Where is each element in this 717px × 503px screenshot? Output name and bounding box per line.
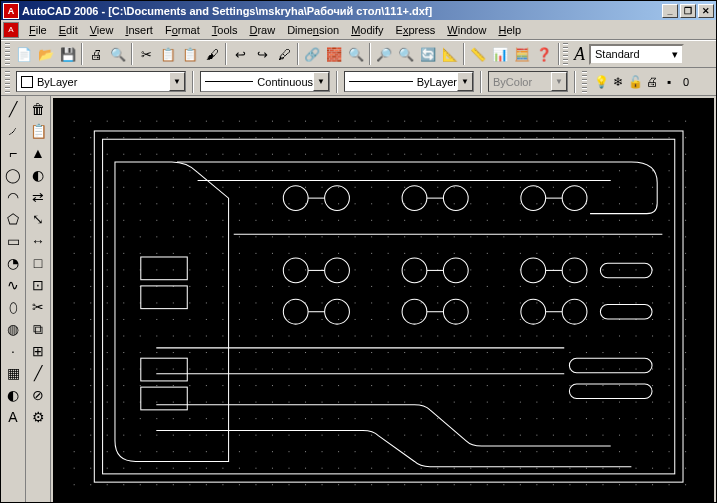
pcb-drawing bbox=[53, 98, 714, 502]
svg-rect-401 bbox=[421, 286, 422, 287]
draw-arc-button[interactable]: ⬠ bbox=[2, 208, 24, 230]
draw-polygon-button[interactable]: ◯ bbox=[2, 164, 24, 186]
modify-break-button[interactable]: ⊞ bbox=[27, 340, 49, 362]
modify-stretch-button[interactable]: ⊡ bbox=[27, 274, 49, 296]
svg-rect-320 bbox=[338, 253, 339, 254]
modify-rotate-button[interactable]: ↔ bbox=[27, 230, 49, 252]
svg-rect-610 bbox=[107, 385, 108, 386]
modify-fillet-button[interactable]: ⊘ bbox=[27, 384, 49, 406]
layer-state-icon[interactable]: ❄ bbox=[610, 74, 626, 90]
save-button[interactable]: 💾 bbox=[57, 43, 79, 65]
menu-tools[interactable]: Tools bbox=[206, 22, 244, 38]
layer-state-icon[interactable]: 🔓 bbox=[627, 74, 643, 90]
dropdown-icon[interactable]: ▼ bbox=[457, 72, 473, 91]
calc-button[interactable]: 🧮 bbox=[511, 43, 533, 65]
modify-offset-button[interactable]: ◐ bbox=[27, 164, 49, 186]
modify-scale-button[interactable]: □ bbox=[27, 252, 49, 274]
draw-polyline-button[interactable]: ⌐ bbox=[2, 142, 24, 164]
help-button[interactable]: ❓ bbox=[533, 43, 555, 65]
toolbar-grip[interactable] bbox=[5, 43, 10, 65]
dropdown-icon[interactable]: ▼ bbox=[313, 72, 329, 91]
svg-rect-106 bbox=[569, 154, 570, 155]
draw-ellipse-button[interactable]: ⬯ bbox=[2, 296, 24, 318]
pan-button[interactable]: 🔄 bbox=[417, 43, 439, 65]
area-button[interactable]: 📏 bbox=[467, 43, 489, 65]
zoom-realtime-button[interactable]: 🔍 bbox=[345, 43, 367, 65]
maximize-button[interactable]: ❐ bbox=[680, 4, 696, 18]
draw-revcloud-button[interactable]: ◔ bbox=[2, 252, 24, 274]
draw-line-button[interactable]: ╱ bbox=[2, 98, 24, 120]
modify-explode-button[interactable]: ⚙ bbox=[27, 406, 49, 428]
draw-point-button[interactable]: · bbox=[2, 340, 24, 362]
open-button[interactable]: 📂 bbox=[35, 43, 57, 65]
draw-region-button[interactable]: ◐ bbox=[2, 384, 24, 406]
table-button[interactable]: 📊 bbox=[489, 43, 511, 65]
text-style-icon[interactable]: A bbox=[571, 44, 588, 65]
svg-rect-472 bbox=[338, 319, 339, 320]
toolbar-grip[interactable] bbox=[5, 71, 10, 93]
menu-modify[interactable]: Modify bbox=[345, 22, 389, 38]
draw-hatch-button[interactable]: ▦ bbox=[2, 362, 24, 384]
menu-file[interactable]: File bbox=[23, 22, 53, 38]
minimize-button[interactable]: _ bbox=[662, 4, 678, 18]
modify-mirror-button[interactable]: ▲ bbox=[27, 142, 49, 164]
modify-erase-button[interactable]: 🗑 bbox=[27, 98, 49, 120]
draw-rectangle-button[interactable]: ◠ bbox=[2, 186, 24, 208]
toolbar-grip[interactable] bbox=[582, 71, 587, 93]
layer-state-icon[interactable]: ▪ bbox=[661, 74, 677, 90]
lineweight-combo[interactable]: ByLayer ▼ bbox=[344, 71, 474, 92]
drawing-canvas[interactable] bbox=[53, 98, 714, 502]
match-prop-button[interactable]: 🖌 bbox=[201, 43, 223, 65]
modify-extend-button[interactable]: ⧉ bbox=[27, 318, 49, 340]
copy-button[interactable]: 📋 bbox=[157, 43, 179, 65]
svg-rect-239 bbox=[255, 220, 256, 221]
draw-circle-button[interactable]: ▭ bbox=[2, 230, 24, 252]
mdi-icon[interactable]: A bbox=[3, 22, 19, 38]
modify-chamfer-button[interactable]: ╱ bbox=[27, 362, 49, 384]
layer-state-icon[interactable]: 💡 bbox=[593, 74, 609, 90]
menu-format[interactable]: Format bbox=[159, 22, 206, 38]
menu-draw[interactable]: Draw bbox=[243, 22, 281, 38]
draw-construction-line-button[interactable]: ⟋ bbox=[2, 120, 24, 142]
menu-dimension[interactable]: Dimension bbox=[281, 22, 345, 38]
svg-rect-356 bbox=[305, 269, 306, 270]
toolbar-grip[interactable] bbox=[563, 43, 568, 65]
xref-button[interactable]: 🧱 bbox=[323, 43, 345, 65]
linetype-combo[interactable]: Continuous ▼ bbox=[200, 71, 330, 92]
hyperlink-button[interactable]: 🖊 bbox=[273, 43, 295, 65]
paste-button[interactable]: 📋 bbox=[179, 43, 201, 65]
modify-move-button[interactable]: ⤡ bbox=[27, 208, 49, 230]
text-style-combo[interactable]: Standard ▾ bbox=[589, 44, 684, 65]
print-button[interactable]: 🖨 bbox=[85, 43, 107, 65]
zoom-window-button[interactable]: 🔍 bbox=[395, 43, 417, 65]
dropdown-icon[interactable]: ▼ bbox=[169, 72, 185, 91]
modify-array-button[interactable]: ⇄ bbox=[27, 186, 49, 208]
modify-copy-button[interactable]: 📋 bbox=[27, 120, 49, 142]
print-preview-button[interactable]: 🔍 bbox=[107, 43, 129, 65]
zoom-prev-button[interactable]: 🔎 bbox=[373, 43, 395, 65]
undo-button[interactable]: ↩ bbox=[229, 43, 251, 65]
svg-rect-392 bbox=[272, 286, 273, 287]
close-button[interactable]: ✕ bbox=[698, 4, 714, 18]
svg-rect-363 bbox=[421, 269, 422, 270]
svg-rect-753 bbox=[586, 435, 587, 436]
menu-express[interactable]: Express bbox=[390, 22, 442, 38]
menu-help[interactable]: Help bbox=[492, 22, 527, 38]
cut-button[interactable]: ✂ bbox=[135, 43, 157, 65]
menu-view[interactable]: View bbox=[84, 22, 120, 38]
layer-state-icon[interactable]: 🖨 bbox=[644, 74, 660, 90]
svg-rect-52 bbox=[305, 137, 306, 138]
menu-window[interactable]: Window bbox=[441, 22, 492, 38]
menu-insert[interactable]: Insert bbox=[119, 22, 159, 38]
draw-spline-button[interactable]: ∿ bbox=[2, 274, 24, 296]
dist-button[interactable]: 📐 bbox=[439, 43, 461, 65]
svg-rect-602 bbox=[602, 369, 603, 370]
redo-button[interactable]: ↪ bbox=[251, 43, 273, 65]
layer-combo[interactable]: ByLayer ▼ bbox=[16, 71, 186, 92]
new-button[interactable]: 📄 bbox=[13, 43, 35, 65]
draw-text-button[interactable]: A bbox=[2, 406, 24, 428]
block-button[interactable]: 🔗 bbox=[301, 43, 323, 65]
menu-edit[interactable]: Edit bbox=[53, 22, 84, 38]
draw-ellipse-arc-button[interactable]: ◍ bbox=[2, 318, 24, 340]
modify-trim-button[interactable]: ✂ bbox=[27, 296, 49, 318]
